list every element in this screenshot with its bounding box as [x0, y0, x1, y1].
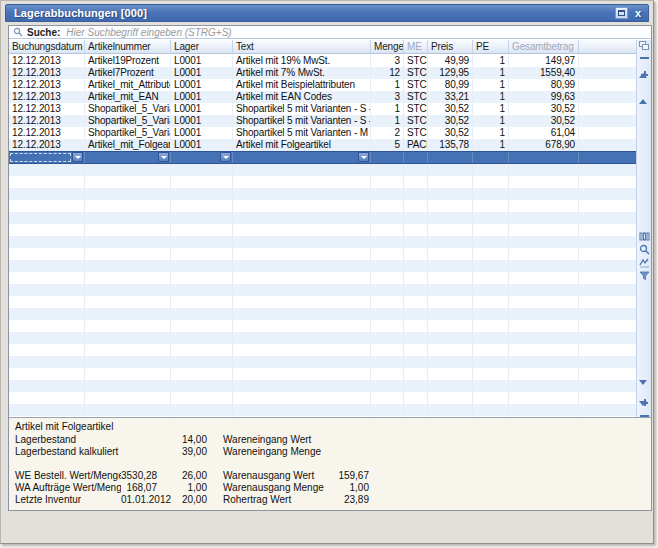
new-entry-cell-artikelnummer[interactable] [85, 152, 171, 163]
new-entry-cell-lager[interactable] [171, 152, 233, 163]
column-header-lager[interactable]: Lager [171, 40, 233, 53]
cell-preis [428, 212, 473, 224]
table-row[interactable]: 12.12.2013Shopartikel_5_VariantL0001Shop… [9, 103, 636, 115]
cell-pe: 1 [473, 67, 509, 79]
filter-icon[interactable] [639, 267, 650, 278]
empty-row[interactable] [9, 164, 636, 176]
cell-lager: L0001 [171, 139, 233, 151]
detail-label: Warenausgang Menge [223, 482, 329, 494]
statistics-icon[interactable] [639, 254, 650, 265]
column-header-preis[interactable]: Preis [428, 40, 473, 53]
cell-filler [579, 296, 636, 308]
cell-menge [371, 272, 404, 284]
table-row[interactable]: 12.12.2013Artikel19ProzentL0001Artikel m… [9, 55, 636, 67]
empty-row[interactable] [9, 284, 636, 296]
empty-row[interactable] [9, 248, 636, 260]
table-row[interactable]: 12.12.2013Artikel7ProzentL0001Artikel mi… [9, 67, 636, 79]
cell-filler [579, 332, 636, 344]
empty-row[interactable] [9, 380, 636, 392]
scrollbar-strip[interactable] [636, 40, 651, 417]
cell-text: Artikel mit Folgeartikel [233, 139, 371, 151]
empty-row[interactable] [9, 296, 636, 308]
combo-dropdown-button[interactable] [220, 152, 231, 162]
cell-pe: 1 [473, 103, 509, 115]
cell-lager: L0001 [171, 67, 233, 79]
empty-row[interactable] [9, 308, 636, 320]
new-entry-cell-preis[interactable] [428, 152, 473, 163]
table-row[interactable]: 12.12.2013Shopartikel_5_VariantL0001Shop… [9, 115, 636, 127]
empty-row[interactable] [9, 272, 636, 284]
cell-artikelnummer [85, 308, 171, 320]
empty-row[interactable] [9, 188, 636, 200]
cell-pe [473, 380, 509, 392]
cell-lager [171, 356, 233, 368]
table-row[interactable]: 12.12.2013Artikel_mit_AttributenL0001Art… [9, 79, 636, 91]
table-row[interactable]: 12.12.2013Artikel_mit_FolgeartikL0001Art… [9, 139, 636, 151]
new-entry-cell-pe[interactable] [473, 152, 509, 163]
empty-row[interactable] [9, 392, 636, 404]
column-header-pe[interactable]: PE [473, 40, 509, 53]
table-row[interactable]: 12.12.2013Artikel_mit_EANL0001Artikel mi… [9, 91, 636, 103]
column-header-menge[interactable]: Menge [371, 40, 404, 53]
column-header-text[interactable]: Text [233, 40, 371, 53]
empty-row[interactable] [9, 332, 636, 344]
cell-pe: 1 [473, 127, 509, 139]
search-input[interactable]: Hier Suchbegriff eingeben (STRG+S) [66, 27, 231, 38]
cell-buchungsdatum [9, 392, 85, 404]
cell-buchungsdatum [9, 404, 85, 416]
empty-row[interactable] [9, 344, 636, 356]
detail-label: Wareneingang Menge [223, 446, 329, 458]
cell-menge [371, 224, 404, 236]
window-titlebar[interactable]: Lagerabbuchungen [000] x [5, 4, 649, 22]
new-entry-cell-me[interactable] [404, 152, 428, 163]
empty-row[interactable] [9, 224, 636, 236]
close-button[interactable]: x [633, 7, 643, 19]
copy-icon[interactable] [639, 41, 650, 52]
cell-filler [579, 79, 636, 91]
cell-filler [579, 212, 636, 224]
search-bar[interactable]: Suche: Hier Suchbegriff eingeben (STRG+S… [9, 26, 651, 39]
column-header-artikelnummer[interactable]: Artikelnummer [85, 40, 171, 53]
combo-dropdown-button[interactable] [158, 152, 169, 162]
empty-row[interactable] [9, 320, 636, 332]
scroll-to-top-icon[interactable] [639, 56, 650, 67]
cell-me [404, 284, 428, 296]
detail-value [121, 434, 157, 446]
cell-gesamtbetrag: 149,97 [509, 55, 579, 67]
cell-me [404, 356, 428, 368]
empty-row[interactable] [9, 176, 636, 188]
empty-row[interactable] [9, 260, 636, 272]
cell-pe: 1 [473, 139, 509, 151]
scroll-up-icon[interactable] [639, 82, 650, 93]
new-entry-cell-text[interactable] [233, 152, 371, 163]
cell-gesamtbetrag [509, 392, 579, 404]
column-header-gesamtbetrag[interactable]: Gesamtbetrag [509, 40, 579, 53]
detail-value: 20,00 [157, 494, 207, 506]
new-entry-cell-gesamtbetrag[interactable] [509, 152, 579, 163]
column-header-me[interactable]: ME [404, 40, 428, 53]
scroll-down-icon[interactable] [639, 385, 650, 396]
search-icon[interactable] [639, 241, 650, 252]
new-entry-cell-menge[interactable] [371, 152, 404, 163]
empty-row[interactable] [9, 404, 636, 416]
empty-row[interactable] [9, 236, 636, 248]
empty-row[interactable] [9, 200, 636, 212]
combo-dropdown-button[interactable] [72, 152, 83, 162]
restore-icon [618, 10, 625, 16]
restore-button[interactable] [615, 7, 628, 19]
combo-dropdown-button[interactable] [358, 152, 369, 162]
new-entry-cell-buchungsdatum[interactable] [9, 152, 85, 163]
cell-lager: L0001 [171, 115, 233, 127]
column-chooser-icon[interactable] [639, 228, 650, 239]
table-row[interactable]: 12.12.2013Shopartikel_5_VariantL0001Shop… [9, 127, 636, 139]
scroll-marker-icon[interactable] [639, 69, 650, 80]
column-header-buchungsdatum[interactable]: Buchungsdatum [9, 40, 85, 53]
empty-row[interactable] [9, 212, 636, 224]
empty-row[interactable] [9, 368, 636, 380]
cell-text [233, 320, 371, 332]
empty-row[interactable] [9, 356, 636, 368]
cell-lager [171, 224, 233, 236]
new-entry-row-selected[interactable] [9, 151, 636, 164]
cell-text [233, 308, 371, 320]
scroll-to-bottom-icon[interactable] [639, 406, 650, 417]
